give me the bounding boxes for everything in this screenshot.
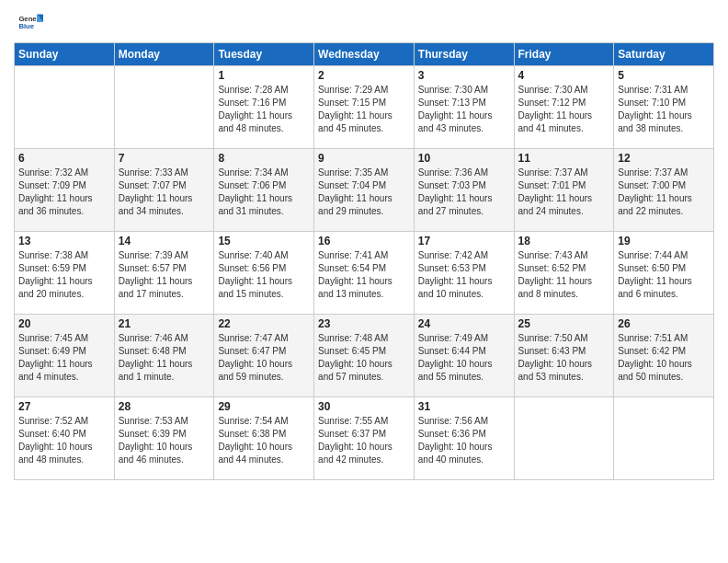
- day-number: 7: [119, 152, 210, 165]
- table-cell: [614, 397, 714, 480]
- table-cell: 5Sunrise: 7:31 AM Sunset: 7:10 PM Daylig…: [614, 66, 714, 149]
- logo: General Blue: [14, 9, 43, 35]
- day-info: Sunrise: 7:48 AM Sunset: 6:45 PM Dayligh…: [318, 332, 410, 384]
- day-info: Sunrise: 7:51 AM Sunset: 6:42 PM Dayligh…: [618, 332, 710, 384]
- table-cell: 31Sunrise: 7:56 AM Sunset: 6:36 PM Dayli…: [414, 397, 514, 480]
- day-info: Sunrise: 7:37 AM Sunset: 7:01 PM Dayligh…: [518, 167, 610, 218]
- table-cell: 10Sunrise: 7:36 AM Sunset: 7:03 PM Dayli…: [414, 149, 514, 232]
- day-info: Sunrise: 7:36 AM Sunset: 7:03 PM Dayligh…: [418, 167, 510, 218]
- table-cell: 18Sunrise: 7:43 AM Sunset: 6:52 PM Dayli…: [514, 232, 614, 315]
- day-info: Sunrise: 7:55 AM Sunset: 6:37 PM Dayligh…: [318, 415, 410, 466]
- day-number: 13: [18, 235, 110, 247]
- day-number: 2: [318, 69, 410, 82]
- week-row-2: 6Sunrise: 7:32 AM Sunset: 7:09 PM Daylig…: [15, 149, 714, 232]
- logo-icon: General Blue: [17, 9, 43, 35]
- day-info: Sunrise: 7:32 AM Sunset: 7:09 PM Dayligh…: [18, 167, 110, 218]
- header-wednesday: Wednesday: [314, 43, 415, 66]
- day-number: 22: [218, 317, 310, 330]
- day-info: Sunrise: 7:37 AM Sunset: 7:00 PM Dayligh…: [618, 167, 710, 218]
- header-monday: Monday: [114, 43, 214, 66]
- day-number: 21: [119, 317, 210, 330]
- table-cell: 13Sunrise: 7:38 AM Sunset: 6:59 PM Dayli…: [15, 232, 115, 315]
- table-cell: 24Sunrise: 7:49 AM Sunset: 6:44 PM Dayli…: [414, 315, 514, 397]
- table-cell: 15Sunrise: 7:40 AM Sunset: 6:56 PM Dayli…: [214, 232, 314, 315]
- table-cell: 1Sunrise: 7:28 AM Sunset: 7:16 PM Daylig…: [214, 66, 314, 149]
- table-cell: 28Sunrise: 7:53 AM Sunset: 6:39 PM Dayli…: [114, 397, 214, 480]
- table-cell: 7Sunrise: 7:33 AM Sunset: 7:07 PM Daylig…: [114, 149, 214, 232]
- day-number: 17: [418, 235, 510, 247]
- header-tuesday: Tuesday: [214, 43, 314, 66]
- day-info: Sunrise: 7:34 AM Sunset: 7:06 PM Dayligh…: [218, 167, 310, 218]
- table-cell: 25Sunrise: 7:50 AM Sunset: 6:43 PM Dayli…: [514, 315, 614, 397]
- day-info: Sunrise: 7:44 AM Sunset: 6:50 PM Dayligh…: [618, 249, 710, 301]
- day-number: 18: [518, 235, 610, 247]
- day-info: Sunrise: 7:35 AM Sunset: 7:04 PM Dayligh…: [318, 167, 410, 218]
- day-number: 26: [618, 317, 710, 330]
- day-number: 25: [518, 317, 610, 330]
- table-cell: 6Sunrise: 7:32 AM Sunset: 7:09 PM Daylig…: [15, 149, 115, 232]
- table-cell: 12Sunrise: 7:37 AM Sunset: 7:00 PM Dayli…: [614, 149, 714, 232]
- day-number: 29: [218, 400, 310, 413]
- day-number: 6: [18, 152, 110, 165]
- day-headers-row: SundayMondayTuesdayWednesdayThursdayFrid…: [15, 43, 714, 66]
- day-info: Sunrise: 7:46 AM Sunset: 6:48 PM Dayligh…: [119, 332, 210, 384]
- table-cell: 30Sunrise: 7:55 AM Sunset: 6:37 PM Dayli…: [314, 397, 415, 480]
- svg-text:Blue: Blue: [18, 22, 34, 30]
- day-number: 5: [618, 69, 710, 82]
- header-sunday: Sunday: [15, 43, 115, 66]
- header-friday: Friday: [514, 43, 614, 66]
- day-info: Sunrise: 7:31 AM Sunset: 7:10 PM Dayligh…: [618, 84, 710, 135]
- table-cell: 11Sunrise: 7:37 AM Sunset: 7:01 PM Dayli…: [514, 149, 614, 232]
- table-cell: 29Sunrise: 7:54 AM Sunset: 6:38 PM Dayli…: [214, 397, 314, 480]
- day-info: Sunrise: 7:29 AM Sunset: 7:15 PM Dayligh…: [318, 84, 410, 135]
- day-info: Sunrise: 7:49 AM Sunset: 6:44 PM Dayligh…: [418, 332, 510, 384]
- day-number: 24: [418, 317, 510, 330]
- day-info: Sunrise: 7:33 AM Sunset: 7:07 PM Dayligh…: [119, 167, 210, 218]
- day-info: Sunrise: 7:30 AM Sunset: 7:13 PM Dayligh…: [418, 84, 510, 135]
- day-info: Sunrise: 7:54 AM Sunset: 6:38 PM Dayligh…: [218, 415, 310, 466]
- calendar-body: 1Sunrise: 7:28 AM Sunset: 7:16 PM Daylig…: [15, 66, 714, 480]
- day-info: Sunrise: 7:39 AM Sunset: 6:57 PM Dayligh…: [119, 249, 210, 301]
- calendar-table: SundayMondayTuesdayWednesdayThursdayFrid…: [14, 42, 714, 480]
- day-info: Sunrise: 7:28 AM Sunset: 7:16 PM Dayligh…: [218, 84, 310, 135]
- day-number: 20: [18, 317, 110, 330]
- day-number: 9: [318, 152, 410, 165]
- table-cell: 21Sunrise: 7:46 AM Sunset: 6:48 PM Dayli…: [114, 315, 214, 397]
- calendar-header: SundayMondayTuesdayWednesdayThursdayFrid…: [15, 43, 714, 66]
- table-cell: 27Sunrise: 7:52 AM Sunset: 6:40 PM Dayli…: [15, 397, 115, 480]
- day-number: 16: [318, 235, 410, 247]
- table-cell: 19Sunrise: 7:44 AM Sunset: 6:50 PM Dayli…: [614, 232, 714, 315]
- table-cell: [15, 66, 115, 149]
- day-number: 3: [418, 69, 510, 82]
- day-number: 15: [218, 235, 310, 247]
- day-info: Sunrise: 7:56 AM Sunset: 6:36 PM Dayligh…: [418, 415, 510, 466]
- week-row-4: 20Sunrise: 7:45 AM Sunset: 6:49 PM Dayli…: [15, 315, 714, 397]
- header-thursday: Thursday: [414, 43, 514, 66]
- day-number: 28: [119, 400, 210, 413]
- day-number: 12: [618, 152, 710, 165]
- table-cell: [114, 66, 214, 149]
- week-row-5: 27Sunrise: 7:52 AM Sunset: 6:40 PM Dayli…: [15, 397, 714, 480]
- day-info: Sunrise: 7:50 AM Sunset: 6:43 PM Dayligh…: [518, 332, 610, 384]
- day-number: 4: [518, 69, 610, 82]
- table-cell: 22Sunrise: 7:47 AM Sunset: 6:47 PM Dayli…: [214, 315, 314, 397]
- day-number: 27: [18, 400, 110, 413]
- day-info: Sunrise: 7:47 AM Sunset: 6:47 PM Dayligh…: [218, 332, 310, 384]
- table-cell: 14Sunrise: 7:39 AM Sunset: 6:57 PM Dayli…: [114, 232, 214, 315]
- day-number: 8: [218, 152, 310, 165]
- week-row-1: 1Sunrise: 7:28 AM Sunset: 7:16 PM Daylig…: [15, 66, 714, 149]
- day-number: 30: [318, 400, 410, 413]
- day-number: 14: [119, 235, 210, 247]
- day-number: 31: [418, 400, 510, 413]
- day-number: 23: [318, 317, 410, 330]
- table-cell: 8Sunrise: 7:34 AM Sunset: 7:06 PM Daylig…: [214, 149, 314, 232]
- header-saturday: Saturday: [614, 43, 714, 66]
- table-cell: 9Sunrise: 7:35 AM Sunset: 7:04 PM Daylig…: [314, 149, 415, 232]
- table-cell: 20Sunrise: 7:45 AM Sunset: 6:49 PM Dayli…: [15, 315, 115, 397]
- day-number: 10: [418, 152, 510, 165]
- table-cell: 2Sunrise: 7:29 AM Sunset: 7:15 PM Daylig…: [314, 66, 415, 149]
- page-header: General Blue: [14, 9, 714, 35]
- day-info: Sunrise: 7:43 AM Sunset: 6:52 PM Dayligh…: [518, 249, 610, 301]
- table-cell: [514, 397, 614, 480]
- table-cell: 3Sunrise: 7:30 AM Sunset: 7:13 PM Daylig…: [414, 66, 514, 149]
